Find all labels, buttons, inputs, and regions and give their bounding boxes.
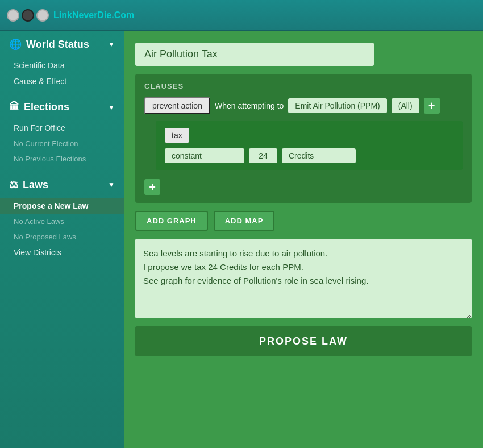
content-area: CLAUSES prevent action When attempting t…	[124, 31, 483, 448]
elections-arrow: ▼	[108, 103, 115, 111]
add-clause-btn[interactable]: +	[424, 98, 440, 114]
globe-icon: 🌐	[9, 38, 22, 51]
clauses-label: CLAUSES	[144, 82, 463, 90]
header: LinkNeverDie.Com	[0, 0, 483, 31]
add-map-button[interactable]: ADD MAP	[214, 211, 275, 231]
when-attempting-text: When attempting to	[215, 101, 284, 110]
logo-circle-3	[36, 9, 49, 22]
add-graph-button[interactable]: ADD GRAPH	[135, 211, 208, 231]
sidebar-item-run-for-office[interactable]: Run For Office	[0, 120, 124, 136]
sidebar-item-no-current-election: No Current Election	[0, 136, 124, 151]
emit-air-pollution-select[interactable]: Emit Air Pollution (PPM)	[288, 98, 386, 113]
logo-text: LinkNeverDie.Com	[53, 10, 134, 20]
world-status-label: World Status	[26, 39, 89, 51]
credits-input[interactable]	[282, 148, 356, 163]
tax-row: tax	[165, 128, 453, 143]
sidebar-section-world-status[interactable]: 🌐 World Status ▼	[0, 31, 124, 57]
sidebar-section-elections[interactable]: 🏛 Elections ▼	[0, 94, 124, 120]
sidebar-section-laws[interactable]: ⚖ Laws ▼	[0, 172, 124, 198]
world-status-arrow: ▼	[108, 40, 115, 48]
number-input[interactable]	[249, 148, 277, 163]
sub-constant-row	[165, 148, 453, 163]
add-more-clause-row: +	[144, 177, 463, 195]
clause-main-row: prevent action When attempting to Emit A…	[144, 97, 463, 114]
constant-input[interactable]	[165, 148, 244, 163]
sidebar-item-no-proposed-laws: No Proposed Laws	[0, 229, 124, 244]
sidebar-item-scientific-data[interactable]: Scientific Data	[0, 57, 124, 73]
graph-map-btn-row: ADD GRAPH ADD MAP	[135, 211, 472, 231]
logo-circle-1	[7, 9, 19, 22]
sidebar-item-propose-new-law[interactable]: Propose a New Law	[0, 198, 124, 214]
laws-label: Laws	[23, 179, 48, 191]
laws-icon: ⚖	[9, 179, 18, 191]
sidebar: 🌐 World Status ▼ Scientific Data Cause &…	[0, 31, 124, 448]
add-more-clause-btn[interactable]: +	[144, 179, 160, 195]
sidebar-item-view-districts[interactable]: View Districts	[0, 244, 124, 260]
sidebar-item-cause-effect[interactable]: Cause & Effect	[0, 73, 124, 89]
logo-circle-2	[22, 9, 34, 22]
sidebar-item-no-previous-elections: No Previous Elections	[0, 151, 124, 167]
logo-circles	[7, 9, 49, 22]
prevent-action-tag[interactable]: prevent action	[144, 97, 210, 114]
divider-2	[0, 169, 124, 169]
logo: LinkNeverDie.Com	[7, 9, 134, 22]
law-title-input[interactable]	[135, 43, 374, 66]
elections-label: Elections	[24, 101, 69, 113]
laws-arrow: ▼	[108, 181, 115, 189]
tax-tag[interactable]: tax	[165, 128, 189, 143]
law-description-textarea[interactable]: Sea levels are starting to rise due to a…	[135, 239, 472, 318]
clauses-box: CLAUSES prevent action When attempting t…	[135, 74, 472, 203]
sidebar-item-no-active-laws: No Active Laws	[0, 214, 124, 229]
sub-clause-area: tax	[156, 121, 463, 170]
propose-law-button[interactable]: PROPOSE LAW	[135, 326, 472, 356]
main-layout: 🌐 World Status ▼ Scientific Data Cause &…	[0, 31, 483, 448]
divider-1	[0, 92, 124, 92]
all-select[interactable]: (All)	[392, 98, 419, 113]
elections-icon: 🏛	[9, 101, 19, 113]
